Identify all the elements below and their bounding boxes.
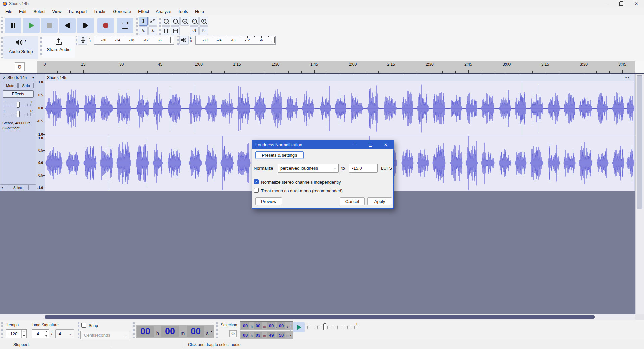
record-meter[interactable]: -30-24-18-12-6 [94,36,174,45]
track-name[interactable]: Shorts 145 [7,75,32,80]
time-sig-upper-spinner[interactable] [44,330,49,338]
window-minimize-button[interactable] [598,0,613,7]
gain-slider-handle[interactable] [17,102,20,108]
window-restore-button[interactable] [613,0,629,7]
zoom-in-button[interactable]: + [162,17,170,26]
timeline-ruler[interactable]: ⚙ 01530451:001:151:301:452:002:152:302:4… [0,61,644,74]
normalize-stereo-label[interactable]: Normalize stereo channels independently [261,180,341,185]
time-sig-upper-input[interactable] [32,330,44,338]
timeline-options-button[interactable]: ⚙ [15,62,25,71]
vertical-scrollbar-thumb[interactable] [637,75,642,209]
effects-button[interactable]: Effects [3,90,34,98]
menu-edit[interactable]: Edit [16,8,30,15]
horizontal-scrollbar[interactable] [0,314,635,320]
tempo-input[interactable] [6,330,21,338]
audio-setup-button[interactable]: ▾ Audio Setup [3,36,38,59]
multi-tool-button[interactable]: ✳ [148,26,157,35]
menu-help[interactable]: Help [192,8,207,15]
undo-button[interactable]: ↺ [190,26,199,35]
menu-transport[interactable]: Transport [65,8,90,15]
record-meter-grip[interactable] [76,36,77,45]
dual-mono-label[interactable]: Treat mono as dual-mono (recommended) [261,188,343,193]
menu-select[interactable]: Select [30,8,49,15]
draw-tool-button[interactable]: ✎ [139,26,148,35]
menu-view[interactable]: View [49,8,65,15]
audio-position-display[interactable]: 00 h 00 m 00 s ▾ [136,325,214,338]
gain-slider[interactable]: − + [3,100,33,108]
play-meter[interactable]: -30-24-18-12-6 [195,36,276,45]
horizontal-scrollbar-thumb[interactable] [45,315,595,319]
menu-analyze[interactable]: Analyze [152,8,174,15]
dialog-minimize-button[interactable] [347,140,363,149]
menu-effect[interactable]: Effect [135,8,152,15]
tempo-spinbox[interactable] [6,329,27,338]
meter-gain-handle[interactable] [170,37,173,43]
time-toolbar-grip[interactable] [133,322,135,338]
cancel-button[interactable]: Cancel [340,197,365,205]
selection-tool-button[interactable]: I [139,17,148,26]
zoom-toggle-button[interactable]: z [199,17,208,26]
apply-button[interactable]: Apply [367,197,392,205]
vertical-scale-ruler[interactable]: 1.00.50.0-0.5-1.01.00.50.0-0.5-1.0 [36,74,45,191]
track-close-button[interactable]: ✕ [3,76,6,80]
menu-tracks[interactable]: Tracks [90,8,110,15]
tempo-spinner[interactable] [21,330,26,338]
dialog-title-bar[interactable]: Loudness Normalization ✕ [252,140,393,149]
window-close-button[interactable]: ✕ [629,0,644,7]
time-sig-upper-spinbox[interactable] [32,329,49,338]
redo-button[interactable]: ↻ [199,26,208,35]
share-audio-grip[interactable] [40,37,42,57]
play-speed-slider-handle[interactable] [323,323,326,330]
pause-button[interactable] [5,18,21,33]
play-at-speed-button[interactable] [293,322,305,332]
track-collapse-button[interactable]: ▾ [2,186,3,189]
fit-project-button[interactable]: ⌂ [190,17,199,26]
zoom-out-button[interactable]: − [171,17,180,26]
track-select-button[interactable]: Select [8,185,29,190]
normalize-method-combobox[interactable]: perceived loudness ⌄ [278,164,339,173]
record-button[interactable] [97,18,114,33]
menu-generate[interactable]: Generate [110,8,135,15]
play-meter-button[interactable] [179,36,189,45]
clip-overflow-menu[interactable]: ••• [624,76,629,80]
pan-slider[interactable]: L R [3,110,33,118]
pan-slider-handle[interactable] [17,111,20,117]
envelope-tool-button[interactable] [148,17,157,26]
selection-toolbar-grip[interactable] [216,322,218,338]
solo-button[interactable]: Solo [18,83,34,88]
record-meter-button[interactable] [78,36,87,45]
selection-options-button[interactable]: ⚙ [229,330,237,337]
selection-end-dropdown-icon[interactable]: ▾ [289,332,292,338]
time-sig-lower-dropdown[interactable]: 4 ⌄ [55,329,74,338]
dialog-close-button[interactable]: ✕ [378,140,393,149]
dialog-maximize-button[interactable] [363,140,378,149]
edit-toolbar-grip[interactable] [159,17,161,36]
snap-checkbox[interactable] [81,323,86,328]
skip-to-end-button[interactable] [77,18,94,33]
menu-file[interactable]: File [2,8,16,15]
selection-end-display[interactable]: 00 h 03 m 49 . 50 s ▾ [240,331,293,339]
skip-to-start-button[interactable] [59,18,76,33]
vertical-scrollbar[interactable] [635,74,644,314]
tools-toolbar-grip[interactable] [136,17,138,36]
snap-format-dropdown[interactable]: Centiseconds ⌄ [80,331,129,339]
waveform-channel-left[interactable] [45,81,634,136]
target-level-input[interactable] [349,164,378,173]
audio-setup-grip[interactable] [1,37,3,58]
transport-toolbar-grip[interactable] [1,17,3,34]
time-format-dropdown-icon[interactable]: ▾ [210,326,213,337]
fit-selection-button[interactable]: ↔ [180,17,189,26]
snap-grip[interactable] [78,322,79,338]
share-audio-button[interactable]: Share Audio [42,36,75,58]
dual-mono-checkbox[interactable] [254,188,259,193]
preview-button[interactable]: Preview [255,197,282,205]
meter-gain-handle[interactable] [272,37,275,43]
time-signature-grip[interactable] [1,322,3,338]
selection-start-display[interactable]: 00 h 00 m 00 . 00 s ▾ [240,321,293,330]
play-speed-slider[interactable]: − + [307,322,358,331]
normalize-stereo-checkbox[interactable]: ✓ [254,179,259,184]
play-meter-grip[interactable] [177,36,179,45]
track-menu-dropdown-icon[interactable]: ▼ [32,76,35,79]
mute-button[interactable]: Mute [3,83,18,88]
menu-tools[interactable]: Tools [175,8,192,15]
